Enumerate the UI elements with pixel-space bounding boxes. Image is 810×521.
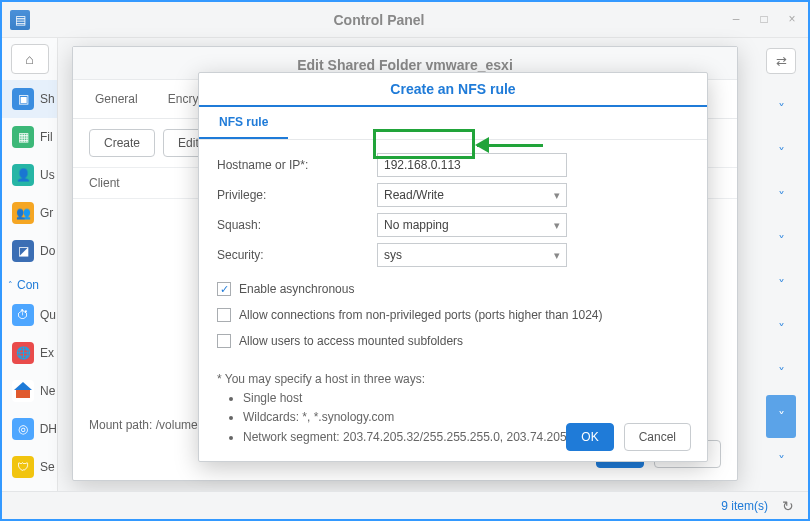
group-icon: 👥 xyxy=(12,202,34,224)
maximize-button[interactable]: □ xyxy=(756,12,772,28)
dhcp-icon: ◎ xyxy=(12,418,34,440)
create-button[interactable]: Create xyxy=(89,129,155,157)
chevron-up-icon: ˄ xyxy=(8,280,13,290)
checkbox-label: Enable asynchronous xyxy=(239,282,354,296)
app-icon: ▤ xyxy=(10,10,30,30)
file-services-icon: ▦ xyxy=(12,126,34,148)
dialog-tabs: NFS rule xyxy=(199,107,707,140)
hostname-label: Hostname or IP*: xyxy=(217,158,377,172)
squash-select[interactable]: No mapping xyxy=(377,213,567,237)
checkbox-label: Allow users to access mounted subfolders xyxy=(239,334,463,348)
expand-row-chevron[interactable]: ˅ xyxy=(766,307,796,350)
sidebar-item-label: Ex xyxy=(40,346,54,360)
minimize-button[interactable]: – xyxy=(728,12,744,28)
close-button[interactable]: × xyxy=(784,12,800,28)
checkbox-unchecked-icon xyxy=(217,334,231,348)
sidebar-item-domain[interactable]: ◪ Do xyxy=(2,232,57,270)
expand-row-chevron[interactable]: ˅ xyxy=(766,175,796,218)
sidebar-item-label: Se xyxy=(40,460,55,474)
nfs-rule-form: Hostname or IP*: Privilege: Read/Write S… xyxy=(199,140,707,270)
options-toggle-button[interactable]: ⇄ xyxy=(766,48,796,74)
security-label: Security: xyxy=(217,248,377,262)
shield-icon: 🛡 xyxy=(12,456,34,478)
checkbox-checked-icon: ✓ xyxy=(217,282,231,296)
hostname-input[interactable] xyxy=(377,153,567,177)
mount-path-label: Mount path: /volume xyxy=(89,418,198,432)
sidebar-item-external-access[interactable]: 🌐 Ex xyxy=(2,334,57,372)
expand-row-chevron[interactable]: ˅ xyxy=(766,87,796,130)
sidebar-item-quickconnect[interactable]: ⏱ Qu xyxy=(2,296,57,334)
checkbox-group: ✓ Enable asynchronous Allow connections … xyxy=(199,270,707,360)
right-expand-column: ⇄ ˅ ˅ ˅ ˅ ˅ ˅ ˅ ˅ ˅ xyxy=(766,48,796,482)
cancel-button[interactable]: Cancel xyxy=(624,423,691,451)
tab-general[interactable]: General xyxy=(89,88,144,110)
create-nfs-rule-dialog: Create an NFS rule NFS rule Hostname or … xyxy=(198,72,708,462)
sidebar-item-shared-folder[interactable]: ▣ Sh xyxy=(2,80,57,118)
quickconnect-icon: ⏱ xyxy=(12,304,34,326)
network-icon xyxy=(12,380,34,402)
sidebar-item-label: Ne xyxy=(40,384,55,398)
sidebar-item-label: DH xyxy=(40,422,57,436)
sidebar-item-label: Qu xyxy=(40,308,56,322)
squash-label: Squash: xyxy=(217,218,377,232)
hint-item: Single host xyxy=(243,389,689,408)
sidebar-item-user[interactable]: 👤 Us xyxy=(2,156,57,194)
statusbar: 9 item(s) ↻ xyxy=(2,491,808,519)
expand-row-chevron[interactable]: ˅ xyxy=(766,263,796,306)
security-select[interactable]: sys xyxy=(377,243,567,267)
sidebar-item-dhcp[interactable]: ◎ DH xyxy=(2,410,57,448)
expand-row-chevron[interactable]: ˅ xyxy=(766,351,796,394)
allow-subfolders-checkbox[interactable]: Allow users to access mounted subfolders xyxy=(217,328,689,354)
enable-async-checkbox[interactable]: ✓ Enable asynchronous xyxy=(217,276,689,302)
sidebar-item-group[interactable]: 👥 Gr xyxy=(2,194,57,232)
checkbox-unchecked-icon xyxy=(217,308,231,322)
expand-row-chevron[interactable]: ˅ xyxy=(766,131,796,174)
expand-row-chevron[interactable]: ˅ xyxy=(766,439,796,482)
sidebar-item-label: Fil xyxy=(40,130,53,144)
tab-nfs-rule[interactable]: NFS rule xyxy=(199,107,288,139)
sidebar-item-label: Do xyxy=(40,244,55,258)
refresh-button[interactable]: ↻ xyxy=(782,498,794,514)
ok-button[interactable]: OK xyxy=(566,423,613,451)
expand-row-chevron[interactable]: ˅ xyxy=(766,219,796,262)
titlebar: ▤ Control Panel – □ × xyxy=(2,2,808,38)
home-button[interactable]: ⌂ xyxy=(11,44,49,74)
hint-title: * You may specify a host in three ways: xyxy=(217,370,689,389)
item-count: 9 item(s) xyxy=(721,499,768,513)
privilege-label: Privilege: xyxy=(217,188,377,202)
checkbox-label: Allow connections from non-privileged po… xyxy=(239,308,603,322)
sidebar-item-network[interactable]: Ne xyxy=(2,372,57,410)
dialog-title: Create an NFS rule xyxy=(199,73,707,107)
external-icon: 🌐 xyxy=(12,342,34,364)
allow-nonpriv-checkbox[interactable]: Allow connections from non-privileged po… xyxy=(217,302,689,328)
user-icon: 👤 xyxy=(12,164,34,186)
sidebar-item-file-services[interactable]: ▦ Fil xyxy=(2,118,57,156)
sidebar: ⌂ ▣ Sh ▦ Fil 👤 Us 👥 Gr ◪ Do ˄ Con ⏱ Qu xyxy=(2,38,58,491)
expand-row-chevron-selected[interactable]: ˅ xyxy=(766,395,796,438)
sidebar-item-label: Us xyxy=(40,168,55,182)
sidebar-item-security[interactable]: 🛡 Se xyxy=(2,448,57,486)
domain-icon: ◪ xyxy=(12,240,34,262)
sidebar-item-label: Sh xyxy=(40,92,55,106)
sidebar-section-connectivity[interactable]: ˄ Con xyxy=(2,270,57,296)
sidebar-item-label: Gr xyxy=(40,206,53,220)
dialog-actions: OK Cancel xyxy=(566,423,691,451)
privilege-select[interactable]: Read/Write xyxy=(377,183,567,207)
window-controls: – □ × xyxy=(728,12,800,28)
folder-icon: ▣ xyxy=(12,88,34,110)
window-title: Control Panel xyxy=(30,12,728,28)
